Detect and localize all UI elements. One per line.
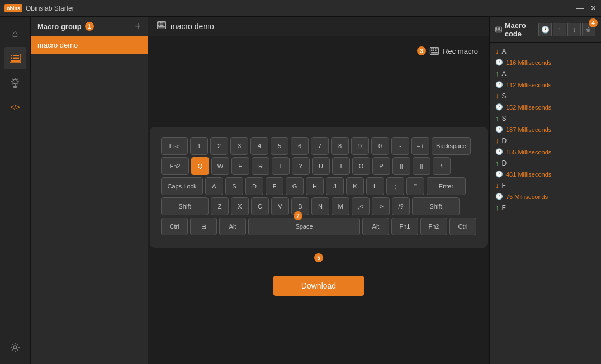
- key-enter[interactable]: Enter: [427, 177, 466, 195]
- mc-delay-6[interactable]: 🕐 75 Milliseconds: [490, 191, 601, 202]
- key-0[interactable]: 0: [371, 137, 389, 155]
- key-p[interactable]: P: [372, 157, 390, 175]
- key-8[interactable]: 8: [331, 137, 349, 155]
- key-backslash[interactable]: \: [433, 157, 451, 175]
- key-esc[interactable]: Esc: [161, 137, 188, 155]
- key-rshift[interactable]: Shift: [412, 197, 460, 215]
- keyboard-row-3: Caps Lock A S D F G H J K L ; " Enter: [161, 177, 476, 195]
- key-comma[interactable]: ,<: [352, 197, 370, 215]
- sidebar-item-home[interactable]: ⌂: [4, 22, 26, 45]
- sidebar-item-light[interactable]: [4, 72, 26, 94]
- mc-delay-3[interactable]: 🕐 187 Milliseconds: [490, 124, 601, 135]
- key-v[interactable]: V: [271, 197, 289, 215]
- key-6[interactable]: 6: [291, 137, 309, 155]
- key-s[interactable]: S: [225, 177, 243, 195]
- mc-item-6[interactable]: ↓ F: [490, 179, 601, 191]
- mc-item-3[interactable]: ↑ S: [490, 112, 601, 124]
- key-m[interactable]: M: [332, 197, 349, 215]
- key-u[interactable]: U: [312, 157, 330, 175]
- key-5[interactable]: 5: [271, 137, 288, 155]
- sidebar-item-settings[interactable]: [4, 336, 26, 358]
- key-minus[interactable]: -: [391, 137, 409, 155]
- key-f[interactable]: F: [266, 177, 283, 195]
- mc-item-4[interactable]: ↓ D: [490, 135, 601, 146]
- key-3[interactable]: 3: [230, 137, 248, 155]
- svg-rect-46: [496, 30, 501, 31]
- arrow-up-icon-1: ↑: [495, 69, 499, 78]
- mc-delay-2[interactable]: 🕐 152 Milliseconds: [490, 102, 601, 112]
- mc-key-s-up: S: [502, 115, 507, 122]
- mc-delay-1[interactable]: 🕐 112 Milliseconds: [490, 79, 601, 90]
- key-a[interactable]: A: [205, 177, 223, 195]
- add-macro-button[interactable]: +: [135, 21, 141, 31]
- mc-delay-0[interactable]: 🕐 116 Milliseconds: [490, 57, 601, 68]
- panel-header: Macro group 1 +: [31, 17, 148, 36]
- mc-item-1[interactable]: ↑ A: [490, 68, 601, 79]
- close-button[interactable]: ✕: [590, 4, 597, 12]
- key-z[interactable]: Z: [211, 197, 229, 215]
- key-d[interactable]: D: [245, 177, 263, 195]
- sidebar-item-keyboard[interactable]: [4, 47, 26, 69]
- key-equals[interactable]: =+: [411, 137, 429, 155]
- key-7[interactable]: 7: [311, 137, 329, 155]
- key-fn2[interactable]: Fn2: [161, 157, 189, 175]
- mc-delay-4[interactable]: 🕐 155 Milliseconds: [490, 146, 601, 157]
- key-quote[interactable]: ": [406, 177, 424, 195]
- key-h[interactable]: H: [306, 177, 324, 195]
- key-lshift[interactable]: Shift: [161, 197, 209, 215]
- key-ralt[interactable]: Alt: [362, 218, 389, 235]
- mc-item-0[interactable]: ↓ A: [490, 45, 601, 57]
- badge-4: 4: [589, 18, 598, 27]
- content-title: macro demo: [171, 22, 214, 31]
- key-x[interactable]: X: [231, 197, 249, 215]
- key-o[interactable]: O: [352, 157, 370, 175]
- key-n[interactable]: N: [311, 197, 329, 215]
- key-rbracket[interactable]: ]]: [413, 157, 430, 175]
- key-y[interactable]: Y: [292, 157, 310, 175]
- mc-item-7[interactable]: ↑ F: [490, 202, 601, 214]
- key-fn2-r[interactable]: Fn2: [420, 218, 447, 235]
- key-t[interactable]: T: [272, 157, 290, 175]
- clock-action-button[interactable]: 🕐: [538, 23, 552, 36]
- key-win[interactable]: ⊞: [190, 218, 217, 235]
- key-w[interactable]: W: [211, 157, 229, 175]
- key-semicolon[interactable]: ;: [386, 177, 404, 195]
- key-lbracket[interactable]: [[: [392, 157, 410, 175]
- svg-rect-34: [437, 48, 438, 50]
- sidebar-item-code[interactable]: </>: [4, 96, 26, 119]
- key-rctrl[interactable]: Ctrl: [449, 218, 476, 235]
- rec-macro-area[interactable]: 3 Rec macro: [417, 46, 478, 55]
- key-1[interactable]: 1: [190, 137, 208, 155]
- key-slash[interactable]: /?: [392, 197, 410, 215]
- mc-item-5[interactable]: ↑ D: [490, 157, 601, 169]
- key-j[interactable]: J: [326, 177, 344, 195]
- down-action-button[interactable]: ↓: [567, 23, 581, 36]
- key-4[interactable]: 4: [250, 137, 268, 155]
- key-capslock[interactable]: Caps Lock: [161, 177, 203, 195]
- key-lctrl[interactable]: Ctrl: [161, 218, 188, 235]
- key-k[interactable]: K: [346, 177, 364, 195]
- key-space[interactable]: Space: [248, 218, 360, 235]
- key-period[interactable]: ->: [372, 197, 390, 215]
- mc-key-d-down: D: [502, 137, 507, 145]
- key-l[interactable]: L: [366, 177, 384, 195]
- key-c[interactable]: C: [251, 197, 269, 215]
- mc-delay-5[interactable]: 🕐 481 Milliseconds: [490, 169, 601, 179]
- up-action-button[interactable]: ↑: [553, 23, 566, 36]
- key-g[interactable]: G: [286, 177, 304, 195]
- download-button[interactable]: Download: [273, 276, 364, 296]
- badge-5: 5: [314, 253, 323, 262]
- minimize-button[interactable]: —: [576, 4, 584, 12]
- key-r[interactable]: R: [252, 157, 269, 175]
- keyboard-container: Esc 1 2 3 4 5 6 7 8 9 0 - =+ Backspace: [150, 127, 488, 248]
- key-fn1[interactable]: Fn1: [391, 218, 418, 235]
- key-9[interactable]: 9: [351, 137, 369, 155]
- mc-item-2[interactable]: ↓ S: [490, 90, 601, 102]
- key-e[interactable]: E: [231, 157, 249, 175]
- macro-item-demo[interactable]: macro demo: [31, 36, 148, 54]
- key-2[interactable]: 2: [210, 137, 228, 155]
- key-i[interactable]: I: [332, 157, 350, 175]
- key-lalt[interactable]: Alt: [219, 218, 246, 235]
- key-backspace[interactable]: Backspace: [432, 137, 471, 155]
- key-q[interactable]: Q: [191, 157, 209, 175]
